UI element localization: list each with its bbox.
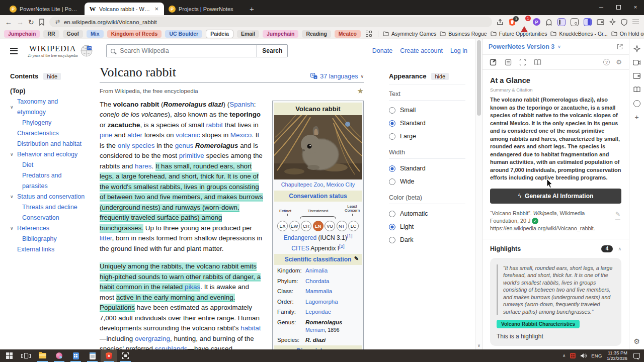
article-link[interactable]: volcanic [176,131,200,139]
article-link[interactable]: Spanish [229,101,254,108]
appearance-option[interactable]: Standard [389,162,465,175]
new-tab-button[interactable]: + [250,5,254,13]
toc-item[interactable]: Phylogeny [10,118,87,128]
sidebar-settings-gear-icon[interactable]: ⚙ [633,337,640,345]
article-link[interactable]: scrublands [155,345,188,349]
bookmark-pill[interactable]: Jumpchain [263,30,298,38]
radio-icon[interactable] [389,237,395,243]
toc-item[interactable]: Conservation [10,213,87,223]
rewards-sparkle-icon[interactable] [609,19,616,25]
languages-button[interactable]: Aa 37 languages ∨ [310,73,364,80]
tab-close-icon[interactable]: × [153,5,159,13]
tab-groups-icon[interactable] [366,31,372,37]
appearance-option[interactable]: Light [389,220,465,233]
taxonomy-value[interactable]: Leporidae [305,309,331,315]
taxonomy-value[interactable]: Animalia [305,267,328,274]
taxonomy-value[interactable]: Lagomorpha [305,299,338,305]
bookmark-pill[interactable]: Mix [87,30,104,38]
toc-item[interactable]: ∨Taxonomy and etymology [10,97,87,118]
status-link[interactable]: Endangered [284,234,316,241]
bookmark-pill[interactable]: Meatco [335,30,361,38]
status-circle-ew[interactable]: EW [289,221,300,231]
close-button[interactable]: × [627,0,644,14]
reading-list-book-icon[interactable] [633,86,640,93]
browser-tab[interactable]: WVolcano rabbit - Wikipedia× [85,3,164,15]
wikipedia-logo[interactable]: WIKIPEDIA 25 years of the free encyclope… [28,44,93,58]
appearance-option[interactable]: Dark [389,233,465,246]
toc-item[interactable]: ∨Behavior and ecology [10,149,87,160]
bookmark-folder[interactable]: Business Rogue [440,31,487,37]
task-view-button[interactable] [18,349,34,362]
chevron-expand-icon[interactable]: ∨ [10,149,15,160]
scrollbar-thumb[interactable] [477,40,481,116]
collapse-chevron-icon[interactable]: ∧ [618,246,621,251]
notification-center-icon[interactable] [633,353,640,358]
start-button[interactable] [1,349,18,362]
pink-app-icon[interactable] [51,349,67,362]
radio-icon[interactable] [389,211,395,217]
toc-item[interactable]: Characteristics [10,128,87,139]
generate-ai-button[interactable]: ϟ Generate AI Information [490,189,621,204]
back-button[interactable]: ← [5,19,12,26]
article-link[interactable]: Mexico [230,131,252,139]
tray-expand-icon[interactable]: ∧ [562,353,566,358]
notepad-icon[interactable] [84,349,101,362]
toc-item[interactable]: Distribution and habitat [10,139,87,149]
bookmark-folder[interactable]: KnuckleBones - Gr... [550,31,607,37]
bookmark-pill[interactable]: Kingdom of Reeds [107,30,162,38]
toc-item[interactable]: Diet [10,160,87,170]
selection-brackets-icon[interactable] [519,59,526,66]
taxonomy-value[interactable]: Mammalia [305,288,332,294]
chevron-expand-icon[interactable]: ∨ [10,192,15,202]
privacy-shield-icon[interactable] [621,19,627,26]
header-link-log-in[interactable]: Log in [450,47,467,54]
wallet-strip-icon[interactable] [633,73,640,79]
watchlist-star-icon[interactable]: ★ [357,86,364,96]
search-button[interactable]: Search [257,44,288,57]
taxonomy-value[interactable]: Chordata [305,278,329,284]
circle-icon[interactable] [633,100,640,107]
article-link[interactable]: primitive [179,152,204,159]
highlight-topic-tag[interactable]: Volcano Rabbit Characteristics [497,320,580,328]
minimize-button[interactable]: ─ [593,0,610,14]
bookmark-pill[interactable]: Email [237,30,259,38]
bookmark-pill[interactable]: Jumpchain [4,30,40,38]
article-link[interactable]: genus [175,142,193,149]
bookmark-folder[interactable]: On Hold or Prior [611,31,644,37]
toc-item[interactable]: Bibliography [10,234,87,244]
brave-browser-icon[interactable] [101,349,117,362]
header-link-donate[interactable]: Donate [372,47,392,54]
article-link[interactable]: overgrazing [135,335,170,342]
appearance-option[interactable]: Automatic [389,207,465,220]
toc-item[interactable]: ∨Status and conservation [10,192,87,202]
appearance-hide-button[interactable]: hide [431,73,449,80]
article-link[interactable]: pine [100,131,112,139]
open-book-icon[interactable] [534,59,541,65]
address-bar[interactable]: ⇄ en.wikipedia.org/wiki/Volcano_rabbit [49,17,492,27]
adblock-icon[interactable]: 1 [521,18,528,27]
article-link[interactable]: habitat [240,324,261,332]
extension-purple-icon[interactable]: P [533,18,540,26]
help-icon[interactable]: ? [603,59,610,65]
capture-tool-icon[interactable] [117,349,134,362]
bookmark-pill[interactable]: Reading [302,30,331,38]
compose-note-icon[interactable] [490,58,497,66]
main-menu-icon[interactable] [8,46,20,56]
talk-camera-icon[interactable] [633,60,640,65]
bookmark-folder[interactable]: Future Opportunities [491,31,547,37]
brave-shield-icon[interactable]: 3 [509,18,516,26]
authority-link[interactable]: Merriam [305,327,325,333]
reload-button[interactable]: ↻ [28,19,34,26]
article-link[interactable]: litter [100,234,112,242]
scientific-classification-header[interactable]: Scientific classification✎ [274,254,362,265]
toc-item[interactable]: Threats and decline [10,202,87,213]
browser-menu-icon[interactable] [632,20,639,25]
leo-ai-sparkle-icon[interactable] [633,45,640,52]
article-link[interactable]: pikas [185,283,200,291]
contents-hide-button[interactable]: hide [43,73,61,80]
toc-item[interactable]: (Top) [10,86,87,97]
tray-red-app-icon[interactable] [570,353,576,358]
language-indicator[interactable]: ENG [591,353,602,358]
caption-segment[interactable]: Chapultepec Zoo [281,182,324,188]
appearance-option[interactable]: Wide [389,175,465,188]
